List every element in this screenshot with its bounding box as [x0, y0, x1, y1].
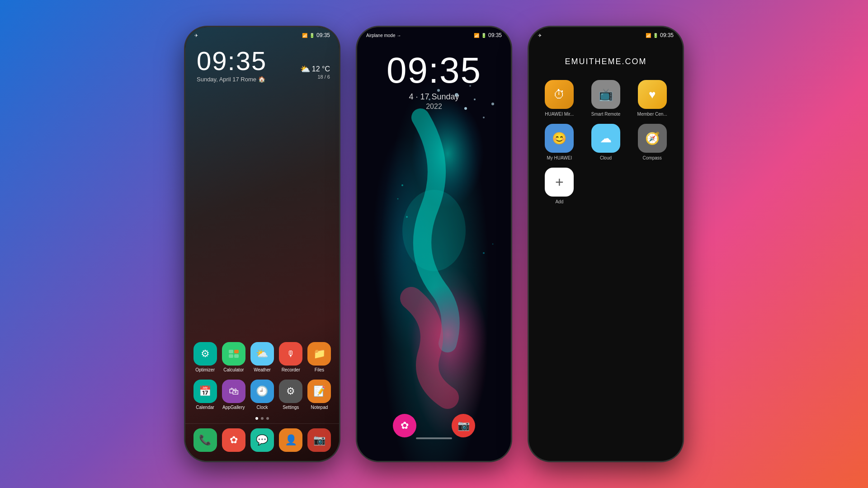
status-bar-1: ✈ 📶 🔋 09:35: [185, 27, 339, 43]
bottom-dock: 📞 ✿ 💬 👤 📷: [185, 423, 339, 461]
smart-remote-icon: 📺: [591, 80, 620, 109]
status-bar-3: ✈ 📶 🔋 09:35: [529, 27, 683, 43]
lock-status-time: 09:35: [488, 32, 502, 38]
status-time: 09:35: [316, 32, 330, 38]
cloud-icon: ☁: [591, 124, 620, 153]
airplane-mode-label: Airplane mode →: [366, 33, 401, 38]
app-drawer-content: EMUITHEME.COM ⏱ HUAWEI Mir... 📺 Smart Re…: [529, 43, 683, 461]
app-label-recorder: Recorder: [282, 367, 300, 372]
calculator-icon: [222, 342, 245, 366]
app-compass[interactable]: 🧭 Compass: [631, 124, 674, 160]
app-label-member-center: Member Cen...: [637, 112, 667, 117]
weather-app-icon: ⛅: [250, 342, 274, 366]
app-label-clock: Clock: [256, 405, 268, 410]
app-label-appgallery: AppGallery: [222, 405, 245, 410]
app-label-files: Files: [315, 367, 324, 372]
airplane-icon-3: ✈: [538, 33, 542, 38]
add-icon: +: [545, 168, 574, 197]
celia-icon: ✿: [222, 428, 245, 452]
app-calculator[interactable]: Calculator: [221, 342, 246, 372]
app-recorder[interactable]: 🎙 Recorder: [278, 342, 303, 372]
dock-phone[interactable]: 📞: [193, 428, 217, 452]
dock-celia[interactable]: ✿: [221, 428, 246, 452]
app-optimizer[interactable]: ⚙ Optimizer: [193, 342, 217, 372]
lock-date: 4 · 17 Sunday: [387, 92, 481, 102]
app-member-center[interactable]: ♥ Member Cen...: [631, 80, 674, 117]
phone-3: ✈ 📶 🔋 09:35 EMUITHEME.COM ⏱ HUAWEI Mir..…: [529, 27, 683, 461]
app-notepad[interactable]: 📝 Notepad: [307, 380, 332, 410]
battery-icon-3: 🔋: [653, 33, 658, 38]
app-grid-row1: ⚙ Optimizer Calculator ⛅ Weather 🎙 Recor…: [185, 338, 339, 376]
phone-1: ✈ 📶 🔋 09:35 09:35 Sunday, April 17 Rome …: [185, 27, 339, 461]
app-label-my-huawei: My HUAWEI: [547, 155, 572, 160]
messages-icon: 💬: [250, 428, 274, 452]
recorder-icon: 🎙: [279, 342, 302, 366]
app-label-weather: Weather: [254, 367, 271, 372]
calendar-icon: 📅: [193, 380, 217, 403]
app-label-notepad: Notepad: [311, 405, 328, 410]
app-add[interactable]: + Add: [538, 168, 581, 204]
app-label-optimizer: Optimizer: [195, 367, 215, 372]
app-label-calculator: Calculator: [223, 367, 244, 372]
camera-icon: 📷: [307, 428, 331, 452]
app-cloud[interactable]: ☁ Cloud: [585, 124, 627, 160]
phone2-overlay: Airplane mode → 📶 🔋 09:35 09:35 4 · 17 S…: [357, 27, 511, 461]
dot-1: [255, 417, 258, 420]
dot-2: [261, 417, 264, 420]
app-appgallery[interactable]: 🛍 AppGallery: [221, 380, 246, 410]
optimizer-icon: ⚙: [193, 342, 217, 366]
signal-icon-2: 📶: [474, 33, 479, 38]
signal-icon: 📶: [302, 33, 307, 38]
app-label-smart-remote: Smart Remote: [591, 112, 620, 117]
app-clock[interactable]: 🕘 Clock: [250, 380, 274, 410]
signal-icon-3: 📶: [646, 33, 651, 38]
lock-year: 2022: [387, 103, 481, 111]
app-grid-phone3: ⏱ HUAWEI Mir... 📺 Smart Remote ♥ Member …: [538, 80, 674, 204]
files-icon: 📁: [307, 342, 331, 366]
settings-icon: ⚙: [279, 380, 302, 403]
phone-call-icon: 📞: [193, 428, 217, 452]
app-settings[interactable]: ⚙ Settings: [278, 380, 303, 410]
lock-clock: 09:35 4 · 17 Sunday 2022: [387, 52, 481, 111]
app-grid-row2: 📅 Calendar 🛍 AppGallery 🕘 Clock ⚙ Settin…: [185, 376, 339, 413]
my-huawei-icon: 😊: [545, 124, 574, 153]
app-label-settings: Settings: [283, 405, 299, 410]
weather-sub: 18 / 6: [300, 74, 330, 80]
app-label-calendar: Calendar: [196, 405, 214, 410]
app-huawei-mirror[interactable]: ⏱ HUAWEI Mir...: [538, 80, 581, 117]
weather-icon: ⛅: [300, 64, 310, 74]
app-smart-remote[interactable]: 📺 Smart Remote: [585, 80, 627, 117]
app-label-cloud: Cloud: [600, 155, 612, 160]
battery-icon: 🔋: [309, 33, 315, 38]
contacts-icon: 👤: [279, 428, 302, 452]
app-calendar[interactable]: 📅 Calendar: [193, 380, 217, 410]
weather-widget: ⛅ 12 °C 18 / 6: [300, 64, 330, 80]
member-center-icon: ♥: [638, 80, 667, 109]
huawei-mirror-icon: ⏱: [545, 80, 574, 109]
lock-bottom-row: ✿ 📷: [357, 414, 511, 437]
weather-temp: 12 °C: [312, 65, 330, 73]
battery-icon-2: 🔋: [481, 33, 486, 38]
app-label-compass: Compass: [643, 155, 662, 160]
appgallery-icon: 🛍: [222, 380, 245, 403]
site-watermark: EMUITHEME.COM: [538, 57, 674, 66]
phone-2: Airplane mode → 📶 🔋 09:35 09:35 4 · 17 S…: [357, 27, 511, 461]
dock-contacts[interactable]: 👤: [278, 428, 303, 452]
dock-messages[interactable]: 💬: [250, 428, 274, 452]
home-indicator: [416, 437, 452, 439]
clock-icon: 🕘: [250, 380, 274, 403]
status-bar-2: Airplane mode → 📶 🔋 09:35: [357, 27, 511, 43]
status-time-3: 09:35: [660, 32, 674, 38]
page-dots: [185, 417, 339, 420]
app-label-huawei-mirror: HUAWEI Mir...: [545, 112, 574, 117]
app-my-huawei[interactable]: 😊 My HUAWEI: [538, 124, 581, 160]
dot-3: [266, 417, 269, 420]
app-weather[interactable]: ⛅ Weather: [250, 342, 274, 372]
celia-fab[interactable]: ✿: [393, 414, 416, 437]
compass-icon: 🧭: [638, 124, 667, 153]
camera-fab[interactable]: 📷: [452, 414, 475, 437]
app-label-add: Add: [555, 199, 563, 204]
app-files[interactable]: 📁 Files: [307, 342, 332, 372]
dock-camera[interactable]: 📷: [307, 428, 332, 452]
notepad-icon: 📝: [307, 380, 331, 403]
